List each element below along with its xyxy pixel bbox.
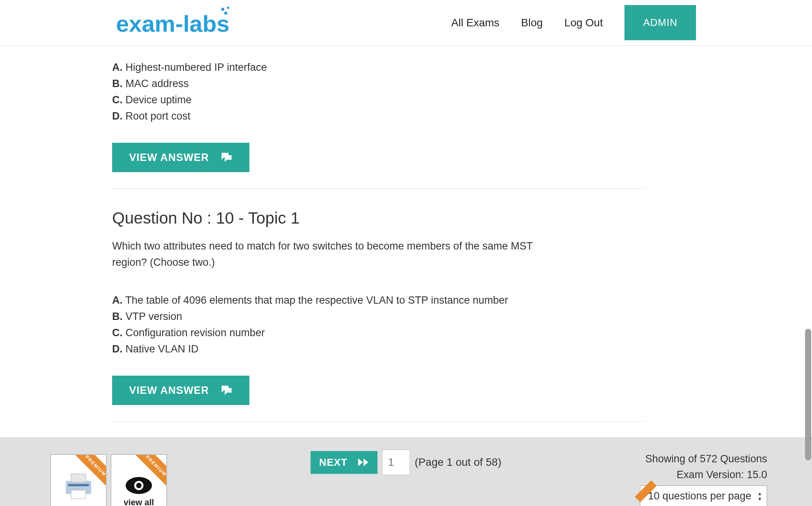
eye-icon xyxy=(124,474,154,497)
svg-rect-6 xyxy=(71,490,86,499)
meta-info: Showing of 572 Questions Exam Version: 1… xyxy=(640,451,767,506)
logo-icon: exam-labs xyxy=(116,5,247,40)
option-c: C. Configuration revision number xyxy=(112,325,646,341)
chevron-updown-icon: ▲▼ xyxy=(757,491,762,501)
scrollbar[interactable] xyxy=(805,329,811,460)
showing-count: Showing of 572 Questions xyxy=(640,451,767,467)
chat-icon xyxy=(220,151,232,164)
option-b: B. VTP version xyxy=(112,309,646,325)
svg-rect-7 xyxy=(68,484,89,486)
thumb-boxes: PREMIUM PREMIUM view all xyxy=(50,454,167,506)
chat-icon xyxy=(220,384,232,397)
view-answer-button[interactable]: VIEW ANSWER xyxy=(112,143,249,172)
content-area: A. Highest-numbered IP interface B. MAC … xyxy=(112,46,646,422)
svg-text:exam-labs: exam-labs xyxy=(116,11,230,37)
page-input[interactable] xyxy=(382,450,410,475)
option-d: D. Root port cost xyxy=(112,108,646,125)
svg-point-10 xyxy=(136,483,142,488)
divider xyxy=(112,188,646,189)
question-9-options: A. Highest-numbered IP interface B. MAC … xyxy=(112,60,646,124)
svg-point-2 xyxy=(227,7,229,9)
nav-blog[interactable]: Blog xyxy=(521,17,543,29)
view-answer-button[interactable]: VIEW ANSWER xyxy=(112,376,249,405)
divider xyxy=(112,421,646,422)
fast-forward-icon xyxy=(358,458,369,467)
logo[interactable]: exam-labs xyxy=(116,5,247,40)
option-c: C. Device uptime xyxy=(112,92,646,108)
next-button[interactable]: NEXT xyxy=(310,451,377,474)
option-d: D. Native VLAN ID xyxy=(112,341,646,357)
admin-button[interactable]: ADMIN xyxy=(624,5,696,40)
option-b: B. MAC address xyxy=(112,76,646,92)
view-all-label: view all xyxy=(124,497,154,506)
question-10-options: A. The table of 4096 elements that map t… xyxy=(112,292,646,357)
per-page-select[interactable]: 10 questions per page ▲▼ xyxy=(640,485,767,506)
nav-all-exams[interactable]: All Exams xyxy=(451,17,499,29)
question-10-text: Which two attributes need to match for t… xyxy=(112,238,549,271)
view-all-thumb[interactable]: PREMIUM view all xyxy=(111,454,167,506)
print-thumb[interactable]: PREMIUM xyxy=(50,454,107,506)
footer-bar: PREMIUM PREMIUM view all NEXT xyxy=(0,437,812,506)
main-nav: All Exams Blog Log Out ADMIN xyxy=(451,5,696,40)
svg-point-0 xyxy=(221,8,224,11)
question-10-title: Question No : 10 - Topic 1 xyxy=(112,209,646,227)
option-a: A. The table of 4096 elements that map t… xyxy=(112,292,646,309)
pagination: NEXT (Page 1 out of 58) xyxy=(310,450,502,475)
svg-rect-5 xyxy=(71,474,86,482)
header: exam-labs All Exams Blog Log Out ADMIN xyxy=(0,0,812,46)
exam-version: Exam Version: 15.0 xyxy=(640,467,767,483)
printer-icon xyxy=(61,470,96,501)
page-info: (Page 1 out of 58) xyxy=(415,456,502,468)
nav-logout[interactable]: Log Out xyxy=(565,17,603,29)
option-a: A. Highest-numbered IP interface xyxy=(112,60,646,76)
